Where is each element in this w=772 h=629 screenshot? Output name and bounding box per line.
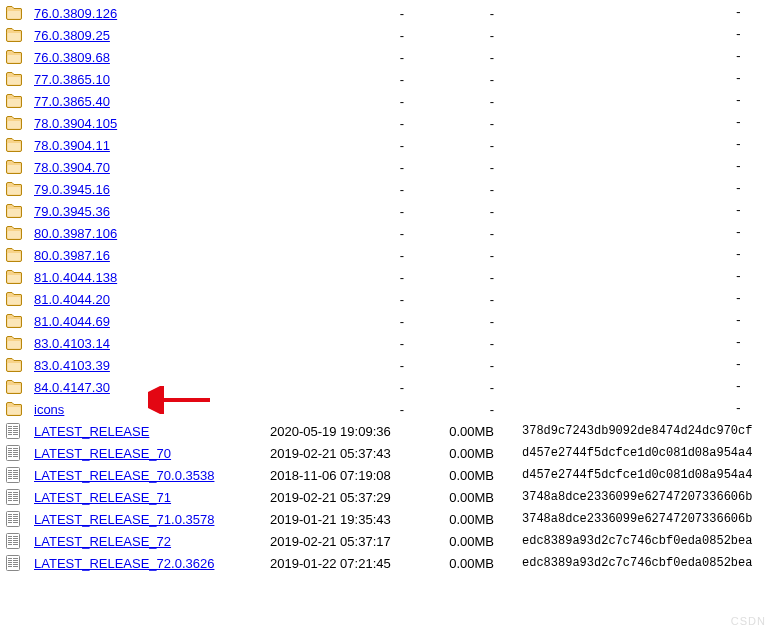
file-link[interactable]: LATEST_RELEASE_70 [34,446,171,461]
svg-rect-44 [13,430,18,431]
folder-link[interactable]: 76.0.3809.25 [34,28,110,43]
file-link[interactable]: LATEST_RELEASE_72.0.3626 [34,556,214,571]
file-link[interactable]: LATEST_RELEASE_71.0.3578 [34,512,214,527]
file-date: 2019-02-21 05:37:17 [270,534,424,549]
svg-rect-31 [8,341,21,349]
folder-link[interactable]: 83.0.4103.14 [34,336,110,351]
file-size: 0.00MB [424,446,504,461]
svg-rect-67 [8,476,12,477]
svg-rect-88 [13,518,18,519]
folder-hash: - [504,358,772,372]
folder-link[interactable]: 81.0.4044.69 [34,314,110,329]
svg-rect-41 [8,428,12,429]
folder-link[interactable]: 76.0.3809.126 [34,6,117,21]
folder-row: 84.0.4147.30--- [0,376,772,398]
folder-row: icons--- [0,398,772,420]
folder-date: - [270,28,424,43]
folder-hash: - [504,72,772,86]
svg-rect-51 [13,448,18,449]
folder-link[interactable]: icons [34,402,64,417]
folder-link[interactable]: 77.0.3865.40 [34,94,110,109]
file-icon [6,467,34,483]
folder-icon [6,358,34,372]
file-link[interactable]: LATEST_RELEASE_71 [34,490,171,505]
folder-hash: - [504,336,772,350]
svg-rect-97 [13,538,18,539]
svg-rect-91 [8,522,12,523]
file-hash: d457e2744f5dcfce1d0c081d08a954a4 [504,446,772,460]
folder-row: 76.0.3809.25--- [0,24,772,46]
folder-link[interactable]: 80.0.3987.106 [34,226,117,241]
file-date: 2019-02-21 05:37:43 [270,446,424,461]
folder-hash: - [504,160,772,174]
file-link[interactable]: LATEST_RELEASE_72 [34,534,171,549]
folder-date: - [270,182,424,197]
folder-link[interactable]: 78.0.3904.70 [34,160,110,175]
folder-hash: - [504,314,772,328]
folder-link[interactable]: 78.0.3904.11 [34,138,110,153]
folder-icon [6,6,34,20]
svg-rect-21 [8,231,21,239]
svg-rect-101 [13,542,18,543]
svg-rect-77 [13,496,18,497]
folder-size: - [424,160,504,175]
folder-date: - [270,204,424,219]
svg-rect-37 [8,407,21,415]
svg-rect-110 [13,562,18,563]
folder-row: 78.0.3904.11--- [0,134,772,156]
folder-date: - [270,94,424,109]
folder-link[interactable]: 79.0.3945.16 [34,182,110,197]
folder-hash: - [504,28,772,42]
folder-date: - [270,292,424,307]
folder-icon [6,116,34,130]
svg-rect-66 [13,474,18,475]
folder-row: 79.0.3945.36--- [0,200,772,222]
svg-rect-59 [13,456,18,457]
file-row: LATEST_RELEASE_702019-02-21 05:37:430.00… [0,442,772,464]
folder-icon [6,314,34,328]
folder-hash: - [504,380,772,394]
folder-hash: - [504,116,772,130]
svg-rect-3 [8,33,21,41]
file-hash: edc8389a93d2c7c746cbf0eda0852bea [504,556,772,570]
folder-link[interactable]: 80.0.3987.16 [34,248,110,263]
folder-link[interactable]: 84.0.4147.30 [34,380,110,395]
folder-row: 76.0.3809.126--- [0,2,772,24]
file-date: 2019-01-22 07:21:45 [270,556,424,571]
folder-hash: - [504,270,772,284]
folder-link[interactable]: 78.0.3904.105 [34,116,117,131]
folder-hash: - [504,94,772,108]
folder-icon [6,270,34,284]
folder-link[interactable]: 79.0.3945.36 [34,204,110,219]
svg-rect-39 [8,426,12,427]
file-row: LATEST_RELEASE2020-05-19 19:09:360.00MB3… [0,420,772,442]
folder-row: 76.0.3809.68--- [0,46,772,68]
folder-link[interactable]: 76.0.3809.68 [34,50,110,65]
file-size: 0.00MB [424,512,504,527]
svg-rect-87 [8,518,12,519]
folder-size: - [424,138,504,153]
folder-size: - [424,248,504,263]
svg-rect-112 [13,564,18,565]
folder-size: - [424,72,504,87]
folder-date: - [270,314,424,329]
svg-rect-9 [8,99,21,107]
file-link[interactable]: LATEST_RELEASE_70.0.3538 [34,468,214,483]
folder-row: 79.0.3945.16--- [0,178,772,200]
svg-rect-68 [13,476,18,477]
svg-rect-107 [8,560,12,561]
file-link[interactable]: LATEST_RELEASE [34,424,149,439]
folder-link[interactable]: 77.0.3865.10 [34,72,110,87]
folder-row: 81.0.4044.69--- [0,310,772,332]
folder-link[interactable]: 81.0.4044.20 [34,292,110,307]
folder-date: - [270,6,424,21]
svg-rect-72 [8,492,12,493]
svg-rect-89 [8,520,12,521]
folder-link[interactable]: 81.0.4044.138 [34,270,117,285]
file-date: 2019-02-21 05:37:29 [270,490,424,505]
file-row: LATEST_RELEASE_72.0.36262019-01-22 07:21… [0,552,772,574]
folder-date: - [270,380,424,395]
svg-rect-83 [8,514,12,515]
folder-link[interactable]: 83.0.4103.39 [34,358,110,373]
folder-size: - [424,336,504,351]
